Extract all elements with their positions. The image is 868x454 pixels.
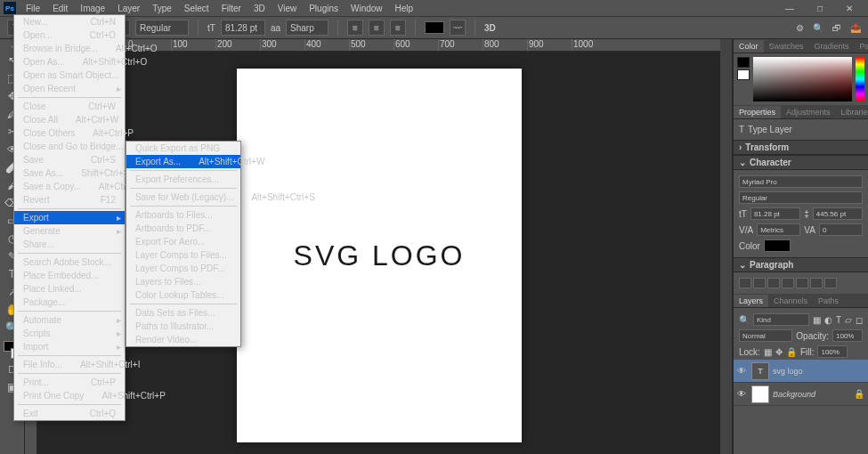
menu-select[interactable]: Select (178, 2, 215, 15)
menu-item[interactable]: Paths to Illustrator... (126, 320, 240, 333)
toolbar-right-icon[interactable]: 📤 (850, 23, 861, 33)
panel-tab[interactable]: Layers (734, 295, 768, 307)
menu-item[interactable]: Import▸ (14, 340, 125, 353)
panel-tab[interactable]: Properties (734, 106, 781, 118)
threed-icon[interactable]: 3D (484, 23, 496, 33)
document-canvas[interactable]: SVG LOGO (237, 69, 522, 442)
warp-text-icon[interactable]: 〰 (450, 20, 466, 36)
para-align-btn[interactable] (824, 278, 837, 288)
char-kerning[interactable]: 0 (819, 223, 863, 236)
menu-item[interactable]: RevertF12 (14, 193, 125, 207)
menu-item[interactable]: Close and Go to Bridge...Shift+Ctrl+W (14, 140, 125, 153)
char-font-style[interactable]: Regular (739, 191, 863, 204)
toolbar-right-icon[interactable]: ⚙ (796, 23, 804, 33)
visibility-icon[interactable]: 👁 (737, 389, 748, 399)
toolbar-right-icon[interactable]: 🗗 (832, 23, 841, 33)
text-color-swatch[interactable] (425, 21, 444, 34)
menu-item[interactable]: Share... (14, 238, 125, 251)
transform-section[interactable]: ›Transform (734, 140, 868, 155)
menu-item[interactable]: Automate▸ (14, 313, 125, 327)
font-style-select[interactable]: Regular (135, 20, 189, 36)
lock-position-icon[interactable]: ✥ (775, 347, 783, 357)
color-picker[interactable] (734, 53, 868, 105)
char-font-family[interactable]: Myriad Pro (739, 175, 863, 188)
collapsed-panel-strip[interactable] (720, 39, 733, 454)
menu-item[interactable]: Place Embedded... (14, 269, 125, 282)
panel-tab[interactable]: Paths (813, 295, 844, 307)
menu-item[interactable]: Print...Ctrl+P (14, 376, 125, 389)
bg-swatch[interactable] (737, 69, 750, 80)
menu-layer[interactable]: Layer (111, 2, 146, 15)
menu-item[interactable]: Close AllAlt+Ctrl+W (14, 113, 125, 126)
para-align-btn[interactable] (753, 278, 766, 288)
menu-item[interactable]: ExitCtrl+Q (14, 407, 125, 420)
menu-item[interactable]: Browse in Bridge...Alt+Ctrl+O (14, 42, 125, 55)
fill-field[interactable]: 100% (817, 345, 848, 358)
char-size[interactable]: 81.28 pt (750, 207, 800, 220)
menu-file[interactable]: File (20, 2, 46, 15)
menu-item[interactable]: Generate▸ (14, 224, 125, 238)
layer-row[interactable]: 👁Tsvg logo (734, 360, 868, 383)
panel-tab[interactable]: Channels (768, 295, 813, 307)
menu-item[interactable]: Export For Aero... (126, 235, 240, 248)
visibility-icon[interactable]: 👁 (737, 366, 748, 376)
antialias-select[interactable]: Sharp (286, 20, 329, 36)
menu-image[interactable]: Image (74, 2, 111, 15)
menu-item[interactable]: Print One CopyAlt+Shift+Ctrl+P (14, 389, 125, 402)
layer-name[interactable]: Background (773, 390, 815, 399)
menu-window[interactable]: Window (345, 2, 389, 15)
menu-item[interactable]: Open as Smart Object... (14, 69, 125, 82)
menu-item[interactable]: Render Video... (126, 333, 240, 346)
panel-tab[interactable]: Patterns (855, 40, 868, 53)
menu-item[interactable]: SaveCtrl+S (14, 153, 125, 166)
filter-smart-icon[interactable]: ◻ (856, 315, 863, 325)
filter-adjust-icon[interactable]: ◐ (824, 315, 832, 325)
layer-kind-filter[interactable]: Kind (753, 313, 809, 326)
window-control[interactable]: — (779, 2, 800, 15)
menu-item[interactable]: Open Recent▸ (14, 82, 125, 95)
panel-tab[interactable]: Color (734, 40, 764, 53)
menu-plugins[interactable]: Plugins (303, 2, 345, 15)
menu-item[interactable]: Open...Ctrl+O (14, 28, 125, 42)
char-color[interactable] (764, 239, 791, 252)
menu-view[interactable]: View (272, 2, 304, 15)
paragraph-section[interactable]: ⌄Paragraph (734, 257, 868, 272)
menu-item[interactable]: File Info...Alt+Shift+Ctrl+I (14, 358, 125, 371)
layer-row[interactable]: 👁Background🔒 (734, 383, 868, 406)
para-align-btn[interactable] (796, 278, 808, 288)
toolbar-right-icon[interactable]: 🔍 (813, 23, 823, 33)
menu-item[interactable]: New...Ctrl+N (14, 15, 125, 28)
menu-item[interactable]: Export As...Alt+Shift+Ctrl+W (126, 155, 240, 168)
menu-item[interactable]: Export▸ (14, 211, 125, 224)
menu-item[interactable]: Save As...Shift+Ctrl+S (14, 166, 125, 180)
menu-item[interactable]: Package... (14, 296, 125, 309)
blend-mode[interactable]: Normal (739, 329, 792, 342)
panel-tab[interactable]: Adjustments (781, 106, 836, 118)
para-align-btn[interactable] (739, 278, 751, 288)
align-left-icon[interactable]: ≡ (347, 20, 363, 36)
panel-tab[interactable]: Swatches (764, 40, 809, 53)
lock-all-icon[interactable]: 🔒 (786, 347, 797, 357)
window-control[interactable]: □ (811, 2, 829, 15)
menu-item[interactable]: Save a Copy...Alt+Ctrl+S (14, 180, 125, 193)
menu-item[interactable]: Layers to Files... (126, 275, 240, 288)
window-control[interactable]: ✕ (840, 2, 859, 15)
para-align-btn[interactable] (810, 278, 823, 288)
menu-item[interactable]: Color Lookup Tables... (126, 288, 240, 302)
menu-edit[interactable]: Edit (46, 2, 74, 15)
character-section[interactable]: ⌄Character (734, 155, 868, 170)
para-align-btn[interactable] (767, 278, 780, 288)
menu-item[interactable]: Open As...Alt+Shift+Ctrl+O (14, 55, 125, 69)
menu-item[interactable]: CloseCtrl+W (14, 100, 125, 113)
color-field[interactable] (753, 57, 852, 101)
font-size-field[interactable]: 81.28 pt (221, 20, 265, 36)
align-right-icon[interactable]: ≡ (390, 20, 406, 36)
filter-pixmap-icon[interactable]: ▦ (813, 315, 821, 325)
canvas-text[interactable]: SVG LOGO (294, 239, 466, 272)
menu-3d[interactable]: 3D (247, 2, 272, 15)
fg-swatch[interactable] (737, 57, 750, 68)
panel-tab[interactable]: Gradients (809, 40, 855, 53)
panel-tab[interactable]: Libraries (836, 106, 868, 118)
char-leading[interactable]: 445.56 pt (813, 207, 863, 220)
menu-item[interactable]: Quick Export as PNG (126, 142, 240, 155)
